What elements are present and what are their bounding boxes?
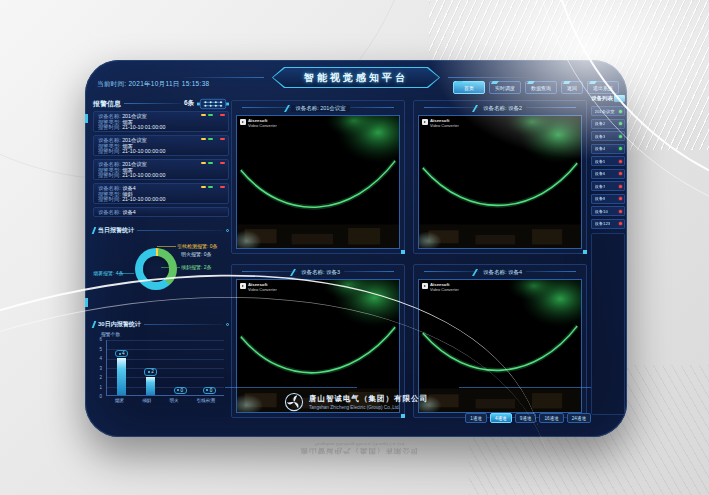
leader-line	[157, 246, 176, 247]
donut-label-smoke: 烟雾报警: 4条	[93, 270, 124, 276]
video-grid: 设备名称: 201会议室	[231, 100, 587, 418]
slash-icon	[284, 105, 290, 112]
footer-reflection: 唐山智诚电气（集团）有限公司 Tangshan Zhicheng Electri…	[230, 442, 490, 455]
device-item[interactable]: 201会议室	[591, 106, 625, 116]
dashboard: 当前时间: 2021年10月11日 15:15:38 智能视觉感知平台 首页 实…	[85, 60, 627, 437]
monthly-stats-title: 30日内报警统计	[98, 320, 141, 329]
watermark: AiseesoftVideo Converter	[240, 283, 277, 292]
status-dot	[619, 210, 622, 213]
alarm-status-ticks	[201, 138, 225, 140]
title-wing-left	[179, 77, 264, 78]
video-panel-title: 设备名称: 201会议室	[232, 102, 404, 114]
video-content	[419, 116, 581, 248]
video-panel-title: 设备名称: 设备2	[414, 102, 586, 114]
slash-icon	[472, 105, 478, 112]
watermark-icon	[240, 283, 246, 289]
video-feed[interactable]: AiseesoftVideo Converter	[236, 115, 400, 249]
bar-value-badge: 4	[115, 350, 128, 358]
alarm-status-ticks	[201, 162, 225, 164]
status-dot	[619, 135, 622, 138]
donut-label-wire: 引线检测报警: 0条	[177, 243, 218, 249]
channel-16-button[interactable]: 16通道	[539, 413, 563, 423]
status-dot	[619, 110, 622, 113]
device-item[interactable]: 设备10	[591, 206, 625, 216]
alarm-info-header: 报警信息 6条	[93, 98, 229, 109]
video-feed[interactable]: AiseesoftVideo Converter	[418, 115, 582, 249]
alarm-list: 设备名称: 201会议室 报警类型: 烟雾 报警时间: 21-10-10 01:…	[93, 111, 229, 220]
nav-home-button[interactable]: 首页	[453, 81, 485, 94]
company-name-en: Tangshan Zhicheng Electric (Group) Co.,L…	[309, 405, 428, 410]
video-content	[237, 116, 399, 248]
daily-alarm-stats: 当日报警统计 引线检测报警: 0条 明火报警: 0条 倾斜报警: 2条 烟雾报警…	[93, 226, 229, 318]
alarm-sidebar: 报警信息 6条 设备名称: 201会议室 报警类型: 烟雾 报警时间: 21-1…	[93, 98, 229, 432]
divider	[144, 324, 223, 325]
device-item[interactable]: 设备5	[591, 156, 625, 166]
company-name-cn: 唐山智诚电气（集团）有限公司	[309, 394, 428, 404]
device-item[interactable]: 设备3	[591, 131, 625, 141]
channel-9-button[interactable]: 9通道	[515, 413, 537, 423]
device-item[interactable]: 设备6	[591, 169, 625, 179]
device-item[interactable]: 设备2	[591, 119, 625, 129]
status-dot	[619, 147, 622, 150]
title-wing-right	[448, 77, 533, 78]
daily-stats-title: 当日报警统计	[98, 226, 134, 235]
watermark-icon	[240, 119, 246, 125]
video-panel-title: 设备名称: 设备4	[414, 266, 586, 278]
panel-corner-handle	[401, 250, 405, 254]
device-item[interactable]: 设备7	[591, 181, 625, 191]
node-dot	[226, 229, 229, 232]
top-nav: 首页 实时调度 数据查询 返回 退出系统	[453, 81, 619, 94]
device-item[interactable]: 设备8	[591, 194, 625, 204]
device-item[interactable]: 设备123	[591, 219, 625, 229]
company-logo	[284, 392, 304, 412]
channel-4-button[interactable]: 4通道	[490, 413, 512, 423]
page-title: 智能视觉感知平台	[273, 68, 439, 87]
status-dot	[619, 160, 622, 163]
device-list-title: 设备列表	[591, 95, 613, 102]
watermark: AiseesoftVideo Converter	[240, 119, 277, 128]
status-dot	[619, 172, 622, 175]
channel-switcher: 1通道 4通道 9通道 16通道 24通道	[465, 413, 591, 423]
alarm-count-badge: 6条	[184, 99, 194, 108]
status-dot	[619, 185, 622, 188]
status-dot	[619, 122, 622, 125]
donut-label-flame: 明火报警: 0条	[181, 251, 212, 257]
watermark-icon	[422, 119, 428, 125]
edge-accent	[85, 114, 88, 123]
nav-back-button[interactable]: 返回	[561, 81, 583, 94]
bar-value-badge: 2	[144, 368, 157, 376]
section-bracket	[92, 227, 97, 234]
alarm-status-ticks	[201, 186, 225, 188]
watermark: AiseesoftVideo Converter	[422, 119, 459, 128]
video-panel-title: 设备名称: 设备3	[232, 266, 404, 278]
divider	[124, 103, 181, 104]
alarm-entry[interactable]: 设备名称: 201会议室 报警类型: 烟雾 报警时间: 21-10-10 01:…	[93, 111, 229, 132]
donut-label-tilt: 倾斜报警: 2条	[181, 264, 212, 270]
leader-line	[161, 267, 180, 268]
alarm-entry[interactable]: 设备名称: 设备4	[93, 207, 229, 217]
alarm-entry[interactable]: 设备名称: 201会议室 报警类型: 烟雾 报警时间: 21-10-10 00:…	[93, 135, 229, 156]
watermark-icon	[422, 283, 428, 289]
status-dot	[619, 222, 622, 225]
divider	[137, 230, 223, 231]
platform-title-frame: 智能视觉感知平台	[272, 67, 440, 88]
channel-24-button[interactable]: 24通道	[567, 413, 591, 423]
channel-1-button[interactable]: 1通道	[465, 413, 487, 423]
nav-exit-button[interactable]: 退出系统	[587, 81, 619, 94]
nav-data-query-button[interactable]: 数据查询	[525, 81, 557, 94]
video-panel-2[interactable]: 设备名称: 设备2 AiseesoftVideo Con	[413, 100, 587, 254]
alarm-info-title: 报警信息	[93, 99, 121, 109]
current-time: 当前时间: 2021年10月11日 15:15:38	[97, 80, 209, 89]
video-panel-1[interactable]: 设备名称: 201会议室	[231, 100, 405, 254]
edge-accent	[85, 298, 88, 307]
status-dot	[619, 197, 622, 200]
alarm-status-ticks	[201, 114, 225, 116]
slash-icon	[290, 269, 296, 276]
alarm-entry[interactable]: 设备名称: 设备4 报警类型: 倾斜 报警时间: 21-10-10 00:00:…	[93, 183, 229, 204]
device-item[interactable]: 设备4	[591, 144, 625, 154]
footer: 唐山智诚电气（集团）有限公司 Tangshan Zhicheng Electri…	[85, 385, 627, 429]
watermark: AiseesoftVideo Converter	[422, 283, 459, 292]
alarm-entry[interactable]: 设备名称: 201会议室 报警类型: 烟雾 报警时间: 21-10-10 00:…	[93, 159, 229, 180]
device-list-sidebar: 设备列表 201会议室 设备2 设备3 设备4 设备5 设备6 设备7 设备8 …	[591, 94, 625, 430]
nav-realtime-button[interactable]: 实时调度	[489, 81, 521, 94]
